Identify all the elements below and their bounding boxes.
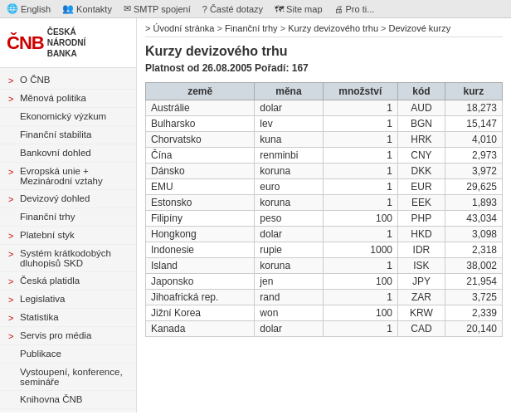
sidebar-item-7[interactable]: >Finanční trhy <box>0 208 136 227</box>
sidebar-label-5: Evropská unie +Mezinárodní vztahy <box>20 166 103 186</box>
cell-kod: KRW <box>398 305 445 321</box>
cell-kod: EUR <box>398 179 445 195</box>
cell-kurz: 2,339 <box>445 305 502 321</box>
sidebar-item-4[interactable]: >Bankovní dohled <box>0 144 136 163</box>
cell-mena: euro <box>255 179 323 195</box>
logo-line2: NÁRODNÍ <box>47 37 86 48</box>
topnav-smtp[interactable]: ✉ SMTP spojení <box>124 3 191 14</box>
cell-mnozstvi: 1 <box>323 116 398 132</box>
cell-kod: DKK <box>398 164 445 179</box>
sidebar-item-1[interactable]: >Měnová politika <box>0 90 136 108</box>
table-row: Jihoafrická rep. rand 1 ZAR 3,725 <box>146 290 503 305</box>
cell-kurz: 2,973 <box>445 148 502 164</box>
table-row: Chorvatsko kuna 1 HRK 4,010 <box>146 132 503 148</box>
cell-mena: koruna <box>255 164 323 179</box>
topnav-print[interactable]: 🖨 Pro ti... <box>334 4 375 14</box>
cell-kurz: 38,002 <box>445 258 502 274</box>
cell-mnozstvi: 1 <box>323 164 398 179</box>
topnav-sitemap-label: Site map <box>286 4 322 14</box>
cell-zeme: EMU <box>146 179 255 195</box>
sidebar-item-0[interactable]: >O ČNB <box>0 71 136 90</box>
breadcrumb-home[interactable]: Úvodní stránka <box>153 23 215 33</box>
cell-kod: JPY <box>398 274 445 290</box>
print-icon: 🖨 <box>334 4 343 14</box>
topnav-english[interactable]: 🌐 English <box>7 3 51 14</box>
sidebar-item-14[interactable]: >Publikace <box>0 345 136 364</box>
cell-zeme: Čína <box>146 148 255 164</box>
sitemap-icon: 🗺 <box>275 4 284 14</box>
sidebar-item-3[interactable]: >Finanční stabilita <box>0 126 136 144</box>
cell-mnozstvi: 1000 <box>323 242 398 258</box>
sidebar-item-6[interactable]: >Devizový dohled <box>0 190 136 208</box>
sidebar-label-3: Finanční stabilita <box>20 129 91 139</box>
sidebar-item-11[interactable]: >Legislativa <box>0 291 136 309</box>
cell-kurz: 43,034 <box>445 211 502 227</box>
cell-kurz: 3,972 <box>445 164 502 179</box>
english-icon: 🌐 <box>7 3 18 14</box>
cell-mnozstvi: 1 <box>323 179 398 195</box>
sidebar-label-1: Měnová politika <box>20 93 86 103</box>
table-row: Bulharsko lev 1 BGN 15,147 <box>146 116 503 132</box>
sidebar-item-12[interactable]: >Statistika <box>0 309 136 327</box>
cell-mena: lev <box>255 116 323 132</box>
arrow-icon: > <box>8 276 17 286</box>
sidebar-label-2: Ekonomický výzkum <box>20 111 106 121</box>
table-row: Dánsko koruna 1 DKK 3,972 <box>146 164 503 179</box>
sidebar-item-16[interactable]: >Knihovna ČNB <box>0 391 136 409</box>
arrow-icon: > <box>8 194 17 204</box>
breadcrumb-financni[interactable]: Finanční trhy <box>225 23 278 33</box>
topnav-kontakty[interactable]: 👥 Kontakty <box>62 3 112 14</box>
sidebar-item-2[interactable]: >Ekonomický výzkum <box>0 108 136 126</box>
cell-mnozstvi: 1 <box>323 132 398 148</box>
cell-mnozstvi: 1 <box>323 227 398 242</box>
cell-mena: won <box>255 305 323 321</box>
sidebar-item-8[interactable]: >Platební styk <box>0 227 136 245</box>
cell-mena: dolar <box>255 321 323 337</box>
col-header-kod: kód <box>398 83 445 100</box>
breadcrumb-kurzy[interactable]: Kurzy devizového trhu <box>288 23 378 33</box>
sidebar-item-5[interactable]: >Evropská unie +Mezinárodní vztahy <box>0 163 136 190</box>
arrow-icon: > <box>8 231 17 241</box>
col-header-mena: měna <box>255 83 323 100</box>
topnav-sitemap[interactable]: 🗺 Site map <box>275 4 322 14</box>
cell-kod: EEK <box>398 195 445 211</box>
arrow-icon: > <box>8 331 17 341</box>
arrow-icon: > <box>8 249 17 259</box>
page-subtitle: Platnost od 26.08.2005 Pořadí: 167 <box>145 62 503 74</box>
sidebar-item-10[interactable]: >Česká platidla <box>0 272 136 291</box>
cell-kod: CAD <box>398 321 445 337</box>
sidebar-item-13[interactable]: >Servis pro média <box>0 327 136 345</box>
cell-mnozstvi: 1 <box>323 258 398 274</box>
sidebar-label-11: Legislativa <box>20 294 65 304</box>
cell-zeme: Dánsko <box>146 164 255 179</box>
cell-mnozstvi: 100 <box>323 305 398 321</box>
cell-zeme: Indonesie <box>146 242 255 258</box>
cell-zeme: Island <box>146 258 255 274</box>
cell-kod: BGN <box>398 116 445 132</box>
sidebar-item-9[interactable]: >Systém krátkodobých dluhopisů SKD <box>0 245 136 272</box>
cell-zeme: Kanada <box>146 321 255 337</box>
col-header-kurz: kurz <box>445 83 502 100</box>
topnav-faq[interactable]: ? Časté dotazy <box>202 4 263 14</box>
logo-line3: BANKA <box>47 48 86 59</box>
cell-zeme: Jižní Korea <box>146 305 255 321</box>
sidebar-label-6: Devizový dohled <box>20 193 90 203</box>
cell-kurz: 3,098 <box>445 227 502 242</box>
table-row: EMU euro 1 EUR 29,625 <box>146 179 503 195</box>
cell-mena: rupie <box>255 242 323 258</box>
cell-kod: PHP <box>398 211 445 227</box>
arrow-icon: > <box>8 313 17 323</box>
cell-mnozstvi: 100 <box>323 274 398 290</box>
cell-zeme: Hongkong <box>146 227 255 242</box>
cell-mnozstvi: 1 <box>323 290 398 305</box>
table-row: Japonsko jen 100 JPY 21,954 <box>146 274 503 290</box>
sidebar-navigation: >O ČNB >Měnová politika >Ekonomický výzk… <box>0 68 136 413</box>
table-row: Filipíny peso 100 PHP 43,034 <box>146 211 503 227</box>
sidebar-label-14: Publikace <box>20 349 61 359</box>
table-row: Čína renminbi 1 CNY 2,973 <box>146 148 503 164</box>
sidebar-item-15[interactable]: >Vystoupení, konference, semináře <box>0 364 136 391</box>
cell-mena: peso <box>255 211 323 227</box>
cell-mena: rand <box>255 290 323 305</box>
table-row: Hongkong dolar 1 HKD 3,098 <box>146 227 503 242</box>
sidebar-label-16: Knihovna ČNB <box>20 394 82 404</box>
